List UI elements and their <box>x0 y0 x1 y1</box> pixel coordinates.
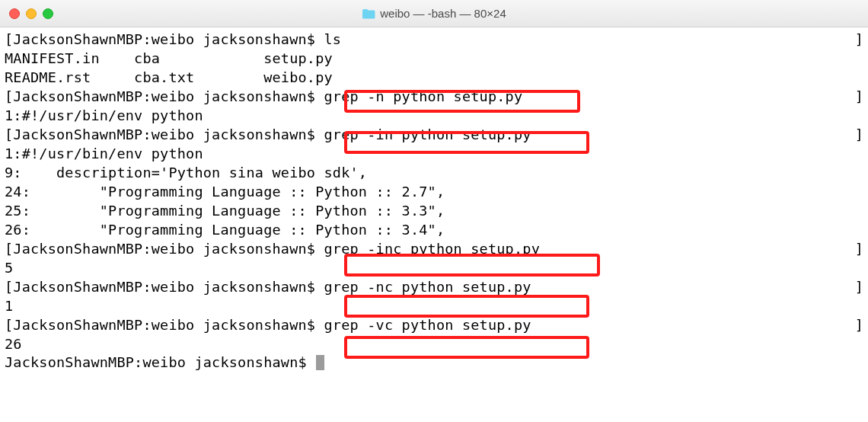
shell-command: grep -nc python setup.py <box>324 279 531 295</box>
bracket-left: [ <box>5 31 13 47</box>
shell-command: ls <box>324 31 342 47</box>
terminal-output: 5 <box>5 259 863 278</box>
bracket-left: [ <box>5 241 13 257</box>
terminal-output: 9: description='Python sina weibo sdk', <box>5 164 863 183</box>
traffic-lights <box>9 8 53 19</box>
shell-prompt: JacksonShawnMBP:weibo jacksonshawn$ <box>13 317 324 333</box>
bracket-left: [ <box>5 317 13 333</box>
bracket-right: ] <box>855 30 863 50</box>
shell-command: grep -vc python setup.py <box>324 317 531 333</box>
bracket-left: [ <box>5 88 13 104</box>
prompt-and-command: [JacksonShawnMBP:weibo jacksonshawn$ gre… <box>5 240 540 259</box>
cursor-icon <box>316 355 324 370</box>
shell-command: grep -inc python setup.py <box>324 241 540 257</box>
shell-prompt: JacksonShawnMBP:weibo jacksonshawn$ <box>13 279 324 295</box>
terminal-output: MANIFEST.in cba setup.py <box>5 50 863 69</box>
terminal-line: [JacksonShawnMBP:weibo jacksonshawn$ gre… <box>5 278 863 297</box>
bracket-right: ] <box>855 88 863 107</box>
bracket-right: ] <box>855 126 863 145</box>
bracket-left: [ <box>5 279 13 295</box>
terminal-output: README.rst cba.txt weibo.py <box>5 69 863 88</box>
shell-prompt: JacksonShawnMBP:weibo jacksonshawn$ <box>13 88 324 104</box>
window-title: weibo — -bash — 80×24 <box>0 7 868 20</box>
maximize-icon[interactable] <box>43 8 53 19</box>
terminal-content[interactable]: [JacksonShawnMBP:weibo jacksonshawn$ ls]… <box>0 27 868 376</box>
terminal-line: [JacksonShawnMBP:weibo jacksonshawn$ gre… <box>5 126 863 145</box>
prompt-and-command: [JacksonShawnMBP:weibo jacksonshawn$ gre… <box>5 88 522 107</box>
shell-prompt: JacksonShawnMBP:weibo jacksonshawn$ <box>13 241 324 257</box>
folder-icon <box>362 8 375 19</box>
shell-prompt: JacksonShawnMBP:weibo jacksonshawn$ <box>13 126 324 142</box>
terminal-output: 1 <box>5 297 863 316</box>
shell-command: grep -n python setup.py <box>324 88 523 104</box>
terminal-line: [JacksonShawnMBP:weibo jacksonshawn$ ls] <box>5 30 863 50</box>
minimize-icon[interactable] <box>26 8 37 19</box>
terminal-output: 24: "Programming Language :: Python :: 2… <box>5 183 863 202</box>
prompt-and-command: [JacksonShawnMBP:weibo jacksonshawn$ gre… <box>5 278 531 297</box>
shell-prompt: JacksonShawnMBP:weibo jacksonshawn$ <box>13 31 324 47</box>
terminal-output: 26: "Programming Language :: Python :: 3… <box>5 221 863 240</box>
terminal-line: [JacksonShawnMBP:weibo jacksonshawn$ gre… <box>5 240 863 259</box>
bracket-right: ] <box>855 240 863 259</box>
prompt-and-command: [JacksonShawnMBP:weibo jacksonshawn$ gre… <box>5 126 531 145</box>
terminal-output: 1:#!/usr/bin/env python <box>5 145 863 164</box>
bracket-right: ] <box>855 278 863 297</box>
terminal-output: 25: "Programming Language :: Python :: 3… <box>5 202 863 221</box>
bracket-right: ] <box>855 316 863 335</box>
shell-prompt: JacksonShawnMBP:weibo jacksonshawn$ <box>5 354 315 370</box>
prompt-and-command: [JacksonShawnMBP:weibo jacksonshawn$ ls <box>5 30 341 50</box>
terminal-line: [JacksonShawnMBP:weibo jacksonshawn$ gre… <box>5 88 863 107</box>
prompt-and-command: [JacksonShawnMBP:weibo jacksonshawn$ gre… <box>5 316 531 335</box>
terminal-line: JacksonShawnMBP:weibo jacksonshawn$ <box>5 353 863 372</box>
shell-command: grep -in python setup.py <box>324 126 531 142</box>
terminal-line: [JacksonShawnMBP:weibo jacksonshawn$ gre… <box>5 316 863 335</box>
window-titlebar: weibo — -bash — 80×24 <box>0 0 868 27</box>
terminal-output: 1:#!/usr/bin/env python <box>5 107 863 126</box>
terminal-output: 26 <box>5 335 863 354</box>
window-title-text: weibo — -bash — 80×24 <box>380 7 506 20</box>
close-icon[interactable] <box>9 8 20 19</box>
bracket-left: [ <box>5 126 13 142</box>
